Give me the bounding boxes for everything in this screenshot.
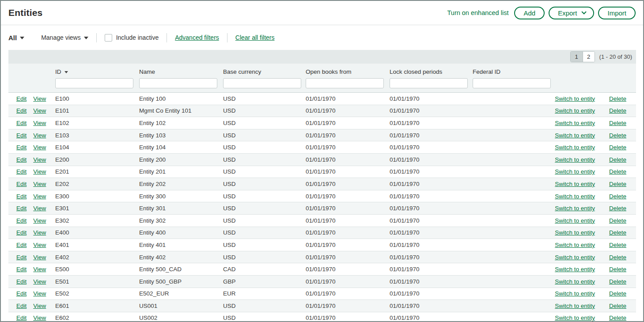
- edit-link[interactable]: Edit: [16, 278, 27, 285]
- view-link[interactable]: View: [33, 266, 46, 273]
- edit-link[interactable]: Edit: [16, 314, 27, 321]
- switch-to-entity-link[interactable]: Switch to entity: [555, 303, 595, 309]
- filter-base-currency-input[interactable]: [223, 78, 301, 88]
- edit-link[interactable]: Edit: [16, 95, 27, 102]
- view-link[interactable]: View: [33, 303, 46, 309]
- switch-to-entity-link[interactable]: Switch to entity: [555, 242, 595, 248]
- switch-to-entity-link[interactable]: Switch to entity: [555, 254, 595, 261]
- switch-to-entity-link[interactable]: Switch to entity: [555, 193, 595, 200]
- view-link[interactable]: View: [33, 314, 46, 321]
- view-link[interactable]: View: [33, 168, 46, 175]
- view-link[interactable]: View: [33, 205, 46, 212]
- switch-to-entity-link[interactable]: Switch to entity: [555, 314, 595, 321]
- view-link[interactable]: View: [33, 278, 46, 285]
- include-inactive-toggle[interactable]: Include inactive: [105, 34, 159, 42]
- column-header-base-currency[interactable]: Base currency: [223, 68, 261, 75]
- switch-to-entity-link[interactable]: Switch to entity: [555, 107, 595, 114]
- clear-all-filters-link[interactable]: Clear all filters: [235, 34, 275, 41]
- switch-to-entity-link[interactable]: Switch to entity: [555, 132, 595, 139]
- filter-federal-id-input[interactable]: [473, 78, 551, 88]
- column-header-lock-closed-periods[interactable]: Lock closed periods: [390, 68, 442, 75]
- delete-link[interactable]: Delete: [609, 193, 626, 200]
- filter-id-input[interactable]: [55, 78, 133, 88]
- add-button[interactable]: Add: [514, 7, 545, 19]
- page-2-button[interactable]: 2: [583, 52, 595, 62]
- edit-link[interactable]: Edit: [16, 242, 27, 248]
- delete-link[interactable]: Delete: [609, 254, 626, 261]
- edit-link[interactable]: Edit: [16, 132, 27, 139]
- switch-to-entity-link[interactable]: Switch to entity: [555, 205, 595, 212]
- column-header-id[interactable]: ID: [55, 68, 68, 75]
- edit-link[interactable]: Edit: [16, 205, 27, 212]
- switch-to-entity-link[interactable]: Switch to entity: [555, 266, 595, 273]
- switch-to-entity-link[interactable]: Switch to entity: [555, 156, 595, 163]
- edit-link[interactable]: Edit: [16, 193, 27, 200]
- view-link[interactable]: View: [33, 95, 46, 102]
- view-link[interactable]: View: [33, 156, 46, 163]
- edit-link[interactable]: Edit: [16, 217, 27, 224]
- view-link[interactable]: View: [33, 120, 46, 126]
- delete-link[interactable]: Delete: [609, 217, 626, 224]
- switch-to-entity-link[interactable]: Switch to entity: [555, 181, 595, 187]
- edit-link[interactable]: Edit: [16, 266, 27, 273]
- switch-to-entity-link[interactable]: Switch to entity: [555, 168, 595, 175]
- delete-link[interactable]: Delete: [609, 278, 626, 285]
- import-button[interactable]: Import: [598, 7, 636, 19]
- delete-link[interactable]: Delete: [609, 181, 626, 187]
- delete-link[interactable]: Delete: [609, 120, 626, 126]
- view-link[interactable]: View: [33, 193, 46, 200]
- column-header-open-books-from[interactable]: Open books from: [306, 68, 352, 75]
- switch-to-entity-link[interactable]: Switch to entity: [555, 290, 595, 297]
- edit-link[interactable]: Edit: [16, 229, 27, 236]
- filter-open-books-input[interactable]: [306, 78, 384, 88]
- delete-link[interactable]: Delete: [609, 132, 626, 139]
- delete-link[interactable]: Delete: [609, 290, 626, 297]
- delete-link[interactable]: Delete: [609, 242, 626, 248]
- advanced-filters-link[interactable]: Advanced filters: [175, 34, 219, 41]
- switch-to-entity-link[interactable]: Switch to entity: [555, 120, 595, 126]
- edit-link[interactable]: Edit: [16, 107, 27, 114]
- delete-link[interactable]: Delete: [609, 314, 626, 321]
- edit-link[interactable]: Edit: [16, 156, 27, 163]
- delete-link[interactable]: Delete: [609, 205, 626, 212]
- column-header-name[interactable]: Name: [139, 68, 155, 75]
- delete-link[interactable]: Delete: [609, 168, 626, 175]
- switch-to-entity-link[interactable]: Switch to entity: [555, 278, 595, 285]
- delete-link[interactable]: Delete: [609, 156, 626, 163]
- view-link[interactable]: View: [33, 290, 46, 297]
- include-inactive-checkbox[interactable]: [105, 34, 112, 42]
- switch-to-entity-link[interactable]: Switch to entity: [555, 217, 595, 224]
- view-link[interactable]: View: [33, 254, 46, 261]
- delete-link[interactable]: Delete: [609, 107, 626, 114]
- edit-link[interactable]: Edit: [16, 168, 27, 175]
- delete-link[interactable]: Delete: [609, 95, 626, 102]
- view-link[interactable]: View: [33, 107, 46, 114]
- edit-link[interactable]: Edit: [16, 290, 27, 297]
- view-link[interactable]: View: [33, 229, 46, 236]
- view-link[interactable]: View: [33, 181, 46, 187]
- edit-link[interactable]: Edit: [16, 181, 27, 187]
- delete-link[interactable]: Delete: [609, 266, 626, 273]
- view-link[interactable]: View: [33, 217, 46, 224]
- view-link[interactable]: View: [33, 132, 46, 139]
- delete-link[interactable]: Delete: [609, 144, 626, 151]
- edit-link[interactable]: Edit: [16, 254, 27, 261]
- delete-link[interactable]: Delete: [609, 303, 626, 309]
- column-header-federal-id[interactable]: Federal ID: [473, 68, 500, 75]
- page-1-button[interactable]: 1: [571, 52, 583, 62]
- view-link[interactable]: View: [33, 242, 46, 248]
- view-selector-dropdown[interactable]: All: [8, 34, 24, 42]
- delete-link[interactable]: Delete: [609, 229, 626, 236]
- edit-link[interactable]: Edit: [16, 303, 27, 309]
- turn-on-enhanced-list-link[interactable]: Turn on enhanced list: [447, 9, 509, 16]
- view-link[interactable]: View: [33, 144, 46, 151]
- edit-link[interactable]: Edit: [16, 144, 27, 151]
- export-button[interactable]: Export: [549, 7, 594, 19]
- manage-views-dropdown[interactable]: Manage views: [41, 34, 88, 41]
- switch-to-entity-link[interactable]: Switch to entity: [555, 229, 595, 236]
- filter-name-input[interactable]: [139, 78, 217, 88]
- switch-to-entity-link[interactable]: Switch to entity: [555, 144, 595, 151]
- edit-link[interactable]: Edit: [16, 120, 27, 126]
- switch-to-entity-link[interactable]: Switch to entity: [555, 95, 595, 102]
- filter-lock-closed-input[interactable]: [390, 78, 468, 88]
